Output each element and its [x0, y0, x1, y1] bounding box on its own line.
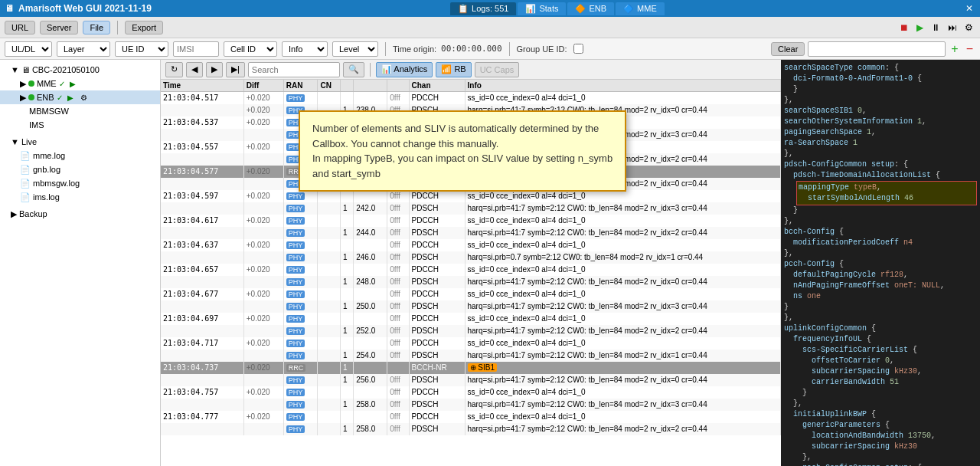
table-row[interactable]: 21:03:04.677 +0.020 PHY 0fff PDCCH ss_id…: [161, 288, 781, 300]
refresh-button[interactable]: ↻: [165, 62, 183, 77]
enb-play-button[interactable]: ▶: [65, 93, 76, 103]
table-row[interactable]: 21:03:04.637 +0.020 PHY 0fff PDCCH ss_id…: [161, 239, 781, 251]
table-row[interactable]: PHY 1 258.0 0fff PDSCH harq=si.prb=41:7 …: [161, 423, 781, 435]
code-line: }: [784, 84, 977, 95]
cell-time: [161, 325, 243, 337]
ue-id-select[interactable]: UE ID: [115, 41, 168, 57]
table-row[interactable]: PHY 1 252.0 0fff PDSCH harq=si.prb=41:7 …: [161, 325, 781, 337]
next-button[interactable]: ▶: [206, 62, 223, 77]
cell-num: 1: [340, 251, 353, 264]
table-row[interactable]: PHY 1 254.0 0fff PDSCH harq=si.prb=41:7 …: [161, 350, 781, 362]
group-ue-checkbox[interactable]: [573, 44, 583, 54]
enb-expand-icon: ▶: [20, 93, 26, 103]
tab-enb[interactable]: 🔶 ENB: [567, 2, 614, 15]
table-row[interactable]: 21:03:04.717 +0.020 PHY 0fff PDCCH ss_id…: [161, 337, 781, 350]
server-button[interactable]: Server: [40, 21, 78, 34]
table-row[interactable]: PHY 1 258.0 0fff PDSCH harq=si.prb=41:7 …: [161, 399, 781, 411]
clear-button[interactable]: Clear: [771, 42, 805, 56]
search-icon-btn[interactable]: 🔍: [343, 62, 364, 77]
cell-id-select[interactable]: Cell ID: [224, 41, 277, 57]
mbmsgw-log-icon: 📄: [20, 179, 31, 189]
log-table-container[interactable]: Time Diff RAN CN Chan Info 21:03:04.517 …: [161, 80, 781, 466]
mme-play-button[interactable]: ▶: [67, 79, 78, 89]
filter-extra-input[interactable]: [808, 41, 946, 57]
close-btn[interactable]: ✕: [963, 2, 975, 15]
sidebar-item-gnb-log[interactable]: 📄 gnb.log: [0, 162, 160, 176]
sidebar-item-mme[interactable]: ▶ MME ✓ ▶: [0, 77, 160, 90]
analytics-button[interactable]: 📊 Analytics: [376, 62, 433, 77]
enb-settings-button[interactable]: ⚙: [78, 93, 90, 103]
table-row[interactable]: PHY 1 256.0 0fff PDSCH harq=si.prb=41:7 …: [161, 374, 781, 386]
cell-info: harq=si.prb=41:7 symb=2:12 CW0: tb_len=8…: [465, 399, 781, 411]
sidebar-item-mme-log[interactable]: 📄 mme.log: [0, 149, 160, 162]
cbc-icon: 🖥: [21, 65, 30, 74]
table-row[interactable]: PHY 1 248.0 0fff PDSCH harq=si.prb=41:7 …: [161, 276, 781, 288]
mode-select[interactable]: UL/DL: [5, 41, 52, 57]
table-row[interactable]: 21:03:04.517 +0.020 PHY 0fff PDCCH ss_id…: [161, 92, 781, 104]
sidebar-item-mbmsgw[interactable]: MBMSGW: [0, 104, 160, 118]
add-filter-button[interactable]: +: [949, 41, 960, 57]
search-input[interactable]: [248, 62, 340, 77]
table-row[interactable]: 21:03:04.757 +0.020 PHY 0fff PDCCH ss_id…: [161, 386, 781, 399]
tab-mme[interactable]: 🔷 MME: [616, 2, 665, 15]
cell-cn: [318, 202, 340, 215]
sidebar-item-backup[interactable]: ▶ Backup: [0, 207, 160, 221]
sidebar-item-enb[interactable]: ▶ ENB ✓ ▶ ⚙: [0, 90, 160, 104]
cell-freq: 248.0: [354, 276, 387, 288]
uc-caps-button[interactable]: UC Caps: [475, 62, 520, 77]
remove-filter-button[interactable]: −: [964, 41, 975, 57]
toolbar-separator: [117, 21, 118, 34]
prev-button[interactable]: ◀: [186, 62, 203, 77]
url-button[interactable]: URL: [5, 21, 35, 34]
cell-diff: [243, 423, 283, 435]
cell-time: 21:03:04.517: [161, 92, 243, 104]
stop-button[interactable]: ⏹: [897, 21, 911, 34]
cell-diff: +0.020: [243, 264, 283, 276]
play-button[interactable]: ▶: [914, 21, 926, 34]
table-row[interactable]: 21:03:04.617 +0.020 PHY 0fff PDCCH ss_id…: [161, 215, 781, 227]
cell-diff: +0.020: [243, 386, 283, 399]
table-row[interactable]: 21:03:04.657 +0.020 PHY 0fff PDCCH ss_id…: [161, 264, 781, 276]
cell-num: 1: [340, 276, 353, 288]
table-row[interactable]: PHY 1 242.0 0fff PDSCH harq=si.prb=41:7 …: [161, 202, 781, 215]
pause-button[interactable]: ⏸: [929, 21, 942, 34]
code-line: },: [784, 149, 977, 159]
cell-mod: 0fff: [387, 337, 409, 350]
tab-logs[interactable]: 📋 Logs: 551: [450, 2, 516, 15]
sidebar-item-mbmsgw-log[interactable]: 📄 mbmsgw.log: [0, 176, 160, 190]
skip-button[interactable]: ⏭: [946, 21, 959, 34]
imsi-input[interactable]: [173, 41, 219, 57]
cell-diff: [243, 251, 283, 264]
table-row[interactable]: 21:03:04.777 +0.020 PHY 0fff PDCCH ss_id…: [161, 411, 781, 423]
table-row[interactable]: 21:03:04.737 +0.020 RRC 1 BCCH-NR ⊕ SIB1: [161, 362, 781, 374]
table-row[interactable]: 21:03:04.697 +0.020 PHY 0fff PDCCH ss_id…: [161, 313, 781, 325]
cell-mod: 0fff: [387, 386, 409, 399]
layer-select[interactable]: Layer: [57, 41, 110, 57]
code-line: }: [784, 205, 977, 216]
titlebar: 🖥 Amarisoft Web GUI 2021-11-19 📋 Logs: 5…: [0, 0, 980, 17]
cell-cn: [318, 276, 340, 288]
col-ran: RAN: [283, 80, 318, 92]
settings-button[interactable]: ⚙: [962, 21, 975, 34]
sidebar-item-cbc[interactable]: ▼ 🖥 CBC-2021050100: [0, 63, 160, 77]
sidebar-item-ims-log[interactable]: 📄 ims.log: [0, 190, 160, 204]
sidebar-item-ims[interactable]: IMS: [0, 118, 160, 132]
file-button[interactable]: File: [83, 21, 110, 34]
tab-stats[interactable]: 📊 Stats: [518, 2, 566, 15]
table-row[interactable]: PHY 1 246.0 0fff PDSCH harq=si.prb=0.7 s…: [161, 251, 781, 264]
tooltip-text: Number of elements and SLIV is automatic…: [312, 123, 612, 179]
export-button[interactable]: Export: [125, 21, 163, 34]
cell-mod: 0fff: [387, 251, 409, 264]
col-num: [340, 80, 353, 92]
last-button[interactable]: ▶|: [226, 62, 245, 77]
sidebar-item-live[interactable]: ▼ Live: [0, 135, 160, 149]
code-line-highlight: mappingType typeB, startSymbolAndLength …: [796, 181, 977, 205]
sidebar-backup-label: Backup: [19, 209, 47, 218]
cell-mod: 0fff: [387, 276, 409, 288]
rb-button[interactable]: 📶 RB: [436, 62, 471, 77]
cell-cn: [318, 300, 340, 313]
table-row[interactable]: PHY 1 244.0 0fff PDSCH harq=si.prb=41:7 …: [161, 227, 781, 239]
table-row[interactable]: PHY 1 250.0 0fff PDSCH harq=si.prb=41:7 …: [161, 300, 781, 313]
info-select[interactable]: Info: [282, 41, 328, 57]
level-select[interactable]: Level: [332, 41, 378, 57]
